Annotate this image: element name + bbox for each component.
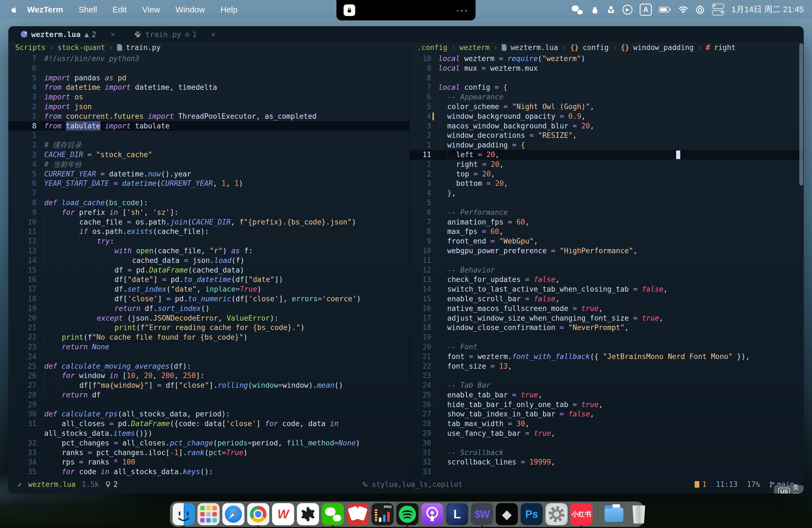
code-line: 13with open(cache_file, "r") as f: bbox=[8, 246, 409, 256]
dock-icon-finder[interactable] bbox=[173, 503, 195, 525]
apple-menu-icon[interactable] bbox=[11, 5, 18, 14]
breadcrumb-left: Scripts›stock-quant›train.py bbox=[15, 42, 160, 53]
input-method-badge: US 美国 bbox=[774, 485, 804, 494]
code-line: 10cache_file = os.path.join(CACHE_DIR, f… bbox=[8, 217, 409, 227]
mode-icon: ✓ bbox=[18, 480, 22, 488]
dock-icon-xhs[interactable]: 小红书 bbox=[570, 503, 592, 525]
dock-icon-safari[interactable] bbox=[222, 503, 244, 525]
code-line: 22font_size = 13, bbox=[409, 362, 804, 371]
control-toggles-icon[interactable] bbox=[712, 4, 724, 15]
dock-icon-prism[interactable]: ◆ bbox=[496, 503, 518, 525]
chevron-right-icon: › bbox=[109, 43, 113, 52]
code-line: 24 bbox=[8, 352, 409, 362]
dock-icon-chrome[interactable] bbox=[247, 503, 269, 525]
wechat-icon[interactable] bbox=[572, 4, 583, 15]
code-line: 20-- Font bbox=[409, 342, 804, 352]
breadcrumb-name[interactable]: wezterm.lua bbox=[510, 43, 558, 52]
lua-file-icon bbox=[21, 31, 27, 38]
diagnostic-square-icon bbox=[695, 481, 699, 488]
cursor-position: 11:13 bbox=[716, 480, 737, 488]
breadcrumb-dir[interactable]: wezterm bbox=[459, 43, 490, 52]
code-line: 11left = 20, bbox=[409, 150, 804, 160]
breadcrumb-name[interactable]: right bbox=[714, 43, 736, 52]
dock-icon-chartpro[interactable]: PRO bbox=[372, 503, 394, 525]
editor-pane-lua[interactable]: 10local wezterm = require("wezterm")9loc… bbox=[409, 54, 804, 476]
menu-item-edit[interactable]: Edit bbox=[112, 5, 127, 14]
breadcrumb-name[interactable]: window_padding bbox=[633, 43, 694, 52]
chevron-right-icon: › bbox=[698, 43, 702, 52]
battery-icon[interactable] bbox=[659, 4, 671, 15]
editor-pane-python[interactable]: 7#!/usr/bin/env python36 5import pandas … bbox=[8, 54, 409, 476]
menu-item-view[interactable]: View bbox=[142, 5, 160, 14]
file-icon bbox=[502, 44, 507, 51]
code-line: 32pct_changes = all_closes.pct_change(pe… bbox=[8, 438, 409, 448]
breadcrumb-right: .config›wezterm›wezterm.lua›{}config›{}w… bbox=[417, 42, 736, 53]
tab-train.py[interactable]: train.py⊘1✕ bbox=[134, 26, 215, 42]
menu-item-app[interactable]: WezTerm bbox=[27, 5, 63, 14]
dock-stand-icon[interactable] bbox=[607, 4, 615, 15]
running-indicator bbox=[332, 526, 334, 528]
code-line: 31all_closes = pd.DataFrame({code: data[… bbox=[8, 419, 409, 429]
code-line: 2# 缓存目录 bbox=[8, 140, 409, 150]
code-line: 16native_macos_fullscreen_mode = true, bbox=[409, 304, 804, 313]
dock-icon-wps[interactable]: W bbox=[272, 503, 294, 525]
code-line: 8def load_cache(bs_code): bbox=[8, 198, 409, 208]
menu-item-shell[interactable]: Shell bbox=[79, 5, 97, 14]
breadcrumb-dir[interactable]: .config bbox=[417, 43, 447, 52]
code-line: 8max_fps = 60, bbox=[409, 227, 804, 236]
cat-icon[interactable] bbox=[591, 4, 599, 15]
code-line: 10local wezterm = require("wezterm") bbox=[409, 54, 804, 63]
breadcrumb-dir[interactable]: stock-quant bbox=[57, 43, 105, 52]
dock-icon-wechat[interactable] bbox=[322, 503, 344, 525]
braces-icon: {} bbox=[621, 43, 629, 52]
code-line: 7#!/usr/bin/env python3 bbox=[8, 54, 409, 63]
dock-icon-photoshop[interactable]: Ps bbox=[521, 503, 543, 525]
code-line: 9front_end = "WebGpu", bbox=[409, 236, 804, 246]
code-line: 6-- Performance bbox=[409, 208, 804, 217]
code-line: 33 bbox=[409, 467, 804, 476]
code-line: 7local config = { bbox=[409, 83, 804, 92]
code-line: 3import os bbox=[8, 92, 409, 102]
menu-clock[interactable]: 1月14日 周二 21:45 bbox=[731, 4, 804, 15]
code-line: 26hide_tab_bar_if_only_one_tab = true, bbox=[409, 400, 804, 410]
tab-close-icon[interactable]: ✕ bbox=[111, 30, 115, 39]
breadcrumb-dir[interactable]: Scripts bbox=[15, 43, 46, 52]
dock-icon-podcasts[interactable] bbox=[421, 503, 443, 525]
dock-icon-sw[interactable]: $W bbox=[471, 503, 493, 525]
menu-item-help[interactable]: Help bbox=[220, 5, 237, 14]
ime-code: US bbox=[778, 488, 790, 494]
dock-icon-trash[interactable] bbox=[628, 503, 650, 525]
dock-icon-downloads[interactable] bbox=[603, 503, 625, 525]
wifi-icon[interactable] bbox=[678, 4, 688, 15]
hint-count: 2 bbox=[113, 480, 118, 488]
code-line: 11 bbox=[409, 256, 804, 265]
dock-icon-lark[interactable]: L bbox=[446, 503, 468, 525]
input-source-a-icon[interactable]: A bbox=[640, 4, 652, 15]
dock-icon-settings[interactable] bbox=[546, 503, 568, 525]
code-line: 20except (json.JSONDecodeError, ValueErr… bbox=[8, 313, 409, 323]
diagnostic-count: 1 bbox=[702, 480, 707, 488]
dock-icon-chatgpt[interactable] bbox=[297, 503, 319, 525]
menu-item-window[interactable]: Window bbox=[176, 5, 205, 14]
code-line: 1 bbox=[8, 131, 409, 140]
code-line: 7 bbox=[8, 188, 409, 198]
sync-circle-icon[interactable] bbox=[695, 4, 705, 15]
running-indicator bbox=[580, 526, 582, 528]
code-line: 27df[f"ma{window}"] = df["close"].rollin… bbox=[8, 381, 409, 390]
chevron-right-icon: › bbox=[613, 43, 617, 52]
notch-more-icon[interactable]: ··· bbox=[456, 4, 468, 16]
breadcrumb-name[interactable]: train.py bbox=[126, 43, 160, 52]
play-circle-icon[interactable]: ▶ bbox=[623, 4, 633, 15]
scrollbar[interactable] bbox=[799, 43, 803, 186]
lsp-icon bbox=[362, 481, 368, 487]
breadcrumb-name[interactable]: config bbox=[583, 43, 609, 52]
dock-icon-launchpad[interactable] bbox=[198, 503, 220, 525]
tab-badge-count: 2 bbox=[92, 30, 96, 39]
notch-app-icon[interactable] bbox=[344, 4, 355, 16]
dock-icon-spotify[interactable] bbox=[396, 503, 418, 525]
tab-close-icon[interactable]: ✕ bbox=[211, 30, 216, 39]
tab-wezterm.lua[interactable]: wezterm.lua▲2✕ bbox=[21, 26, 115, 42]
code-line: 25enable_tab_bar = true, bbox=[409, 390, 804, 400]
tab-title: wezterm.lua bbox=[31, 30, 81, 39]
dock-icon-poker[interactable]: ♠ bbox=[347, 503, 369, 525]
